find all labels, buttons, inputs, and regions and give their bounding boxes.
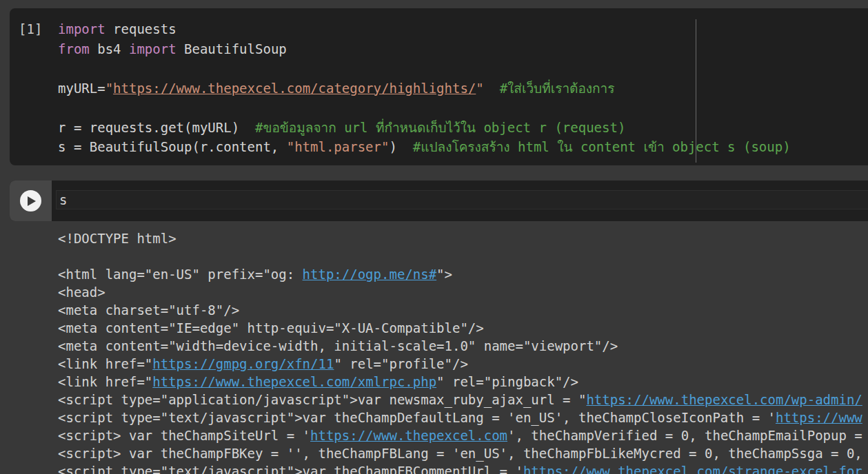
output-line: <script type="text/javascript">var theCh… — [58, 462, 868, 474]
code-keyword: from — [58, 41, 90, 56]
output-line: <script> var theChampSiteUrl = 'https://… — [58, 426, 868, 444]
output-line: <head> — [58, 283, 868, 301]
output-line: <link href="https://gmpg.org/xfn/11" rel… — [58, 355, 868, 373]
output-line: <meta charset="utf-8"/> — [58, 301, 868, 319]
code-token: BeautifulSoup — [176, 41, 287, 56]
output-url-link[interactable]: http://ogp.me/ns# — [303, 267, 436, 282]
output-line: <meta content="width=device-width, initi… — [58, 337, 868, 355]
output-text: "> — [436, 267, 452, 282]
output-text: <script type="text/javascript">var theCh… — [58, 410, 776, 425]
output-text: <meta content="IE=edge" http-equiv="X-UA… — [58, 320, 484, 336]
play-icon — [20, 190, 41, 212]
output-url-link[interactable]: https://gmpg.org/xfn/11 — [152, 356, 334, 371]
output-text: <head> — [58, 285, 105, 300]
code-comment: #ขอข้อมูลจาก url ที่กำหนดเก็บไว้ใน objec… — [255, 120, 625, 135]
code-cell-1: [1] import requestsfrom bs4 import Beaut… — [10, 8, 868, 165]
play-triangle-icon — [28, 196, 36, 206]
output-line: <!DOCTYPE html> — [58, 229, 868, 247]
output-text: <script> var theChampSiteUrl = ' — [58, 428, 310, 443]
column-ruler — [696, 19, 696, 163]
code-editor-1[interactable]: import requestsfrom bs4 import Beautiful… — [58, 19, 861, 157]
run-cell-button[interactable] — [10, 181, 52, 221]
code-keyword: import — [58, 21, 105, 37]
code-token: requests — [105, 21, 176, 37]
code-token: " — [105, 81, 113, 96]
code-line: from bs4 import BeautifulSoup — [58, 39, 861, 59]
code-token: "html.parser" — [287, 139, 390, 154]
code-token: https://www.thepexcel.com/category/highl… — [113, 81, 476, 96]
output-text: <script type="text/javascript">var theCh… — [58, 464, 523, 474]
code-line: s = BeautifulSoup(r.content, "html.parse… — [58, 137, 861, 157]
code-comment: #ใส่เว็บที่เราต้องการ — [500, 81, 615, 96]
code-keyword: import — [129, 41, 176, 56]
output-text: <meta charset="utf-8"/> — [58, 302, 239, 318]
code-token: s = BeautifulSoup(r.content, — [58, 139, 287, 154]
output-text: <link href=" — [58, 374, 152, 389]
cell-output: <!DOCTYPE html><html lang="en-US" prefix… — [58, 229, 868, 474]
output-line: <html lang="en-US" prefix="og: http://og… — [58, 265, 868, 283]
output-url-link[interactable]: https://www — [776, 410, 862, 425]
output-line: <meta content="IE=edge" http-equiv="X-UA… — [58, 319, 868, 337]
code-cell-2: s — [10, 181, 868, 221]
output-text: " rel="pingback"/> — [436, 374, 578, 389]
output-text: <!DOCTYPE html> — [58, 231, 176, 246]
output-text: " rel="profile"/> — [334, 356, 467, 371]
code-token: myURL= — [58, 81, 105, 96]
output-line: <script type="text/javascript">var theCh… — [58, 409, 868, 426]
execution-count-badge[interactable]: [1] — [19, 19, 42, 39]
output-url-link[interactable]: https://www.thepexcel.com/xmlrpc.php — [152, 374, 436, 389]
output-line: <link href="https://www.thepexcel.com/xm… — [58, 373, 868, 391]
output-text: <script> var theChampFBKey = '', theCham… — [58, 446, 862, 461]
code-line: import requests — [58, 19, 861, 39]
code-token: bs4 — [90, 41, 129, 56]
code-editor-2[interactable]: s — [59, 191, 67, 209]
code-line — [58, 59, 861, 79]
code-line — [58, 98, 861, 118]
output-line: <script type="application/javascript">va… — [58, 391, 868, 409]
output-text: <script type="application/javascript">va… — [58, 392, 586, 407]
code-token: " — [476, 81, 483, 96]
code-line: r = requests.get(myURL) #ขอข้อมูลจาก url… — [58, 118, 861, 138]
output-text: <meta content="width=device-width, initi… — [58, 338, 618, 353]
code-token: r = requests.get(myURL) — [58, 120, 255, 135]
current-line-highlight — [56, 190, 868, 209]
output-line — [58, 247, 868, 265]
output-url-link[interactable]: https://www.thepexcel.com — [310, 428, 507, 443]
output-line: <script> var theChampFBKey = '', theCham… — [58, 444, 868, 462]
code-comment: #แปลงโครงสร้าง html ใน content เข้า obje… — [413, 139, 791, 154]
code-line: myURL="https://www.thepexcel.com/categor… — [58, 79, 861, 99]
output-text: <html lang="en-US" prefix="og: — [58, 267, 303, 282]
output-url-link[interactable]: https://www.thepexcel.com/strange-excel-… — [523, 464, 862, 474]
code-token: ) — [389, 139, 412, 154]
output-url-link[interactable]: https://www.thepexcel.com/wp-admin/ — [586, 392, 862, 407]
output-text: <link href=" — [58, 356, 152, 371]
code-token — [484, 81, 500, 96]
output-text: ', theChampVerified = 0, theChampEmailPo… — [507, 428, 868, 443]
